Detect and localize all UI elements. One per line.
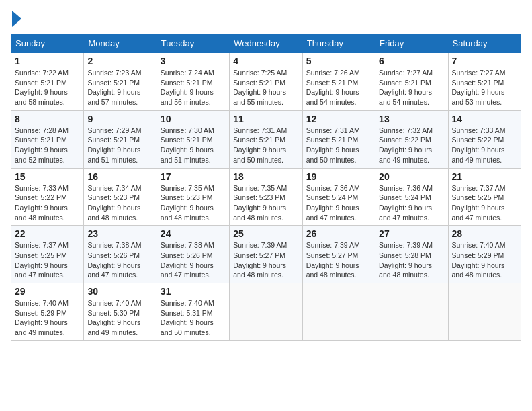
day-number: 30 xyxy=(87,286,152,297)
sunrise-label: Sunrise: xyxy=(15,299,42,307)
daylight-label: Daylight: 9 hours and 54 minutes. xyxy=(379,88,432,106)
sunrise-value: 7:36 AM xyxy=(334,184,360,192)
sunset-label: Sunset: xyxy=(452,193,478,201)
day-info: Sunrise: 7:32 AM Sunset: 5:22 PM Dayligh… xyxy=(379,126,444,165)
calendar-cell: 30 Sunrise: 7:40 AM Sunset: 5:30 PM Dayl… xyxy=(84,283,157,341)
logo-arrow-icon xyxy=(12,11,21,27)
sunset-value: 5:21 PM xyxy=(114,136,140,144)
day-number: 29 xyxy=(15,286,80,297)
daylight-label: Daylight: 9 hours and 48 minutes. xyxy=(161,203,214,222)
daylight-label: Daylight: 9 hours and 54 minutes. xyxy=(306,88,359,106)
calendar-week-row: 1 Sunrise: 7:22 AM Sunset: 5:21 PM Dayli… xyxy=(11,53,521,111)
day-number: 21 xyxy=(452,171,517,182)
day-number: 14 xyxy=(452,113,517,124)
sunset-label: Sunset: xyxy=(379,251,405,259)
daylight-label: Daylight: 9 hours and 50 minutes. xyxy=(233,146,286,164)
calendar-week-row: 15 Sunrise: 7:33 AM Sunset: 5:22 PM Dayl… xyxy=(11,168,521,226)
sunrise-label: Sunrise: xyxy=(452,68,480,77)
sunset-value: 5:21 PM xyxy=(114,79,140,87)
sunrise-value: 7:36 AM xyxy=(407,184,433,192)
sunset-value: 5:27 PM xyxy=(332,251,358,259)
day-number: 26 xyxy=(306,228,371,239)
sunrise-value: 7:27 AM xyxy=(407,68,433,77)
day-number: 19 xyxy=(306,171,371,182)
day-info: Sunrise: 7:37 AM Sunset: 5:25 PM Dayligh… xyxy=(452,183,517,223)
calendar-cell: 6 Sunrise: 7:27 AM Sunset: 5:21 PM Dayli… xyxy=(375,53,448,111)
day-number: 4 xyxy=(233,56,298,66)
day-info: Sunrise: 7:31 AM Sunset: 5:21 PM Dayligh… xyxy=(306,126,371,165)
day-info: Sunrise: 7:35 AM Sunset: 5:23 PM Dayligh… xyxy=(233,183,298,223)
sunset-label: Sunset: xyxy=(306,251,332,259)
day-number: 2 xyxy=(87,56,152,66)
sunset-value: 5:23 PM xyxy=(186,193,212,201)
daylight-label: Daylight: 9 hours and 50 minutes. xyxy=(161,318,214,336)
sunrise-label: Sunrise: xyxy=(161,126,188,134)
sunset-value: 5:21 PM xyxy=(405,79,431,87)
calendar-cell: 11 Sunrise: 7:31 AM Sunset: 5:21 PM Dayl… xyxy=(230,110,302,168)
day-info: Sunrise: 7:35 AM Sunset: 5:23 PM Dayligh… xyxy=(161,183,226,223)
day-info: Sunrise: 7:26 AM Sunset: 5:21 PM Dayligh… xyxy=(306,68,371,107)
logo xyxy=(11,11,21,27)
sunrise-label: Sunrise: xyxy=(15,184,42,192)
sunset-label: Sunset: xyxy=(161,79,187,87)
day-info: Sunrise: 7:36 AM Sunset: 5:24 PM Dayligh… xyxy=(379,183,444,223)
sunset-value: 5:22 PM xyxy=(478,136,504,144)
daylight-label: Daylight: 9 hours and 49 minutes. xyxy=(452,146,505,164)
calendar-cell: 14 Sunrise: 7:33 AM Sunset: 5:22 PM Dayl… xyxy=(448,110,521,168)
calendar-cell: 12 Sunrise: 7:31 AM Sunset: 5:21 PM Dayl… xyxy=(302,110,375,168)
calendar-week-row: 8 Sunrise: 7:28 AM Sunset: 5:21 PM Dayli… xyxy=(11,110,521,168)
sunset-value: 5:21 PM xyxy=(478,79,504,87)
calendar-cell: 1 Sunrise: 7:22 AM Sunset: 5:21 PM Dayli… xyxy=(11,53,84,111)
sunrise-value: 7:33 AM xyxy=(480,126,506,134)
day-number: 15 xyxy=(15,171,80,182)
calendar-cell xyxy=(448,283,521,341)
sunrise-label: Sunrise: xyxy=(452,184,480,192)
calendar-cell: 17 Sunrise: 7:35 AM Sunset: 5:23 PM Dayl… xyxy=(157,168,229,226)
sunset-label: Sunset: xyxy=(87,79,114,87)
sunrise-value: 7:29 AM xyxy=(116,126,142,134)
sunset-label: Sunset: xyxy=(87,136,114,144)
sunset-value: 5:29 PM xyxy=(478,251,504,259)
calendar-cell: 23 Sunrise: 7:38 AM Sunset: 5:26 PM Dayl… xyxy=(84,226,157,283)
day-number: 10 xyxy=(161,113,226,124)
day-info: Sunrise: 7:39 AM Sunset: 5:27 PM Dayligh… xyxy=(233,240,298,280)
day-number: 25 xyxy=(233,228,298,239)
day-info: Sunrise: 7:39 AM Sunset: 5:27 PM Dayligh… xyxy=(306,240,371,280)
sunrise-value: 7:35 AM xyxy=(188,184,214,192)
sunrise-value: 7:35 AM xyxy=(261,184,287,192)
sunset-value: 5:21 PM xyxy=(41,79,67,87)
sunrise-label: Sunrise: xyxy=(379,241,406,249)
calendar-cell: 15 Sunrise: 7:33 AM Sunset: 5:22 PM Dayl… xyxy=(11,168,84,226)
sunset-label: Sunset: xyxy=(15,251,41,259)
sunrise-value: 7:33 AM xyxy=(42,184,69,192)
sunset-label: Sunset: xyxy=(87,309,114,317)
sunrise-value: 7:34 AM xyxy=(116,184,142,192)
sunrise-value: 7:40 AM xyxy=(116,299,142,307)
sunrise-value: 7:28 AM xyxy=(42,126,69,134)
sunrise-label: Sunrise: xyxy=(452,241,480,249)
sunset-label: Sunset: xyxy=(233,251,259,259)
calendar-cell: 28 Sunrise: 7:40 AM Sunset: 5:29 PM Dayl… xyxy=(448,226,521,283)
sunrise-label: Sunrise: xyxy=(87,68,115,77)
sunset-value: 5:21 PM xyxy=(186,79,212,87)
sunrise-label: Sunrise: xyxy=(306,68,334,77)
daylight-label: Daylight: 9 hours and 52 minutes. xyxy=(15,146,68,164)
sunset-value: 5:28 PM xyxy=(405,251,431,259)
day-number: 7 xyxy=(452,56,517,66)
daylight-label: Daylight: 9 hours and 47 minutes. xyxy=(379,203,432,222)
col-header-thursday: Thursday xyxy=(302,34,375,53)
sunset-value: 5:21 PM xyxy=(41,136,67,144)
day-number: 22 xyxy=(15,228,80,239)
sunrise-value: 7:23 AM xyxy=(116,68,142,77)
calendar-cell: 24 Sunrise: 7:38 AM Sunset: 5:26 PM Dayl… xyxy=(157,226,229,283)
day-info: Sunrise: 7:37 AM Sunset: 5:25 PM Dayligh… xyxy=(15,240,80,280)
day-number: 18 xyxy=(233,171,298,182)
sunrise-value: 7:31 AM xyxy=(334,126,360,134)
day-info: Sunrise: 7:31 AM Sunset: 5:21 PM Dayligh… xyxy=(233,126,298,165)
calendar-week-row: 29 Sunrise: 7:40 AM Sunset: 5:29 PM Dayl… xyxy=(11,283,521,341)
day-info: Sunrise: 7:24 AM Sunset: 5:21 PM Dayligh… xyxy=(161,68,226,107)
sunset-label: Sunset: xyxy=(379,136,405,144)
calendar-cell: 7 Sunrise: 7:27 AM Sunset: 5:21 PM Dayli… xyxy=(448,53,521,111)
calendar-cell: 8 Sunrise: 7:28 AM Sunset: 5:21 PM Dayli… xyxy=(11,110,84,168)
header xyxy=(11,11,521,27)
